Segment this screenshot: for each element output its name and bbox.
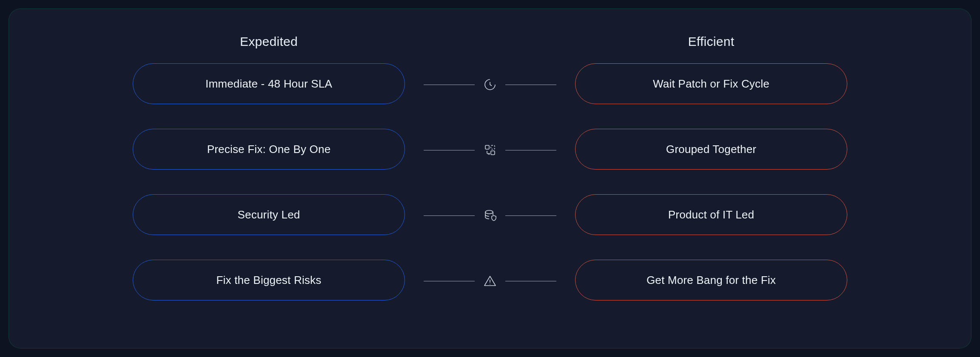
comparison-card: Expedited Immediate - 48 Hour SLA Precis…	[9, 8, 971, 348]
expedited-item-1: Immediate - 48 Hour SLA	[133, 63, 405, 104]
connector-row-1	[413, 64, 567, 105]
connector-row-4	[413, 261, 567, 301]
efficient-title: Efficient	[688, 34, 735, 49]
warning-icon	[482, 273, 498, 289]
group-icon	[482, 142, 498, 158]
connector-line-left	[424, 215, 475, 216]
connector-line-right	[505, 85, 556, 85]
efficient-item-2: Grouped Together	[575, 129, 847, 170]
pill-label: Security Led	[238, 208, 300, 221]
pill-label: Get More Bang for the Fix	[647, 274, 776, 287]
svg-rect-3	[491, 151, 495, 155]
connector-line-right	[505, 281, 556, 281]
svg-rect-1	[485, 145, 489, 149]
connector-line-left	[424, 281, 475, 281]
expedited-title: Expedited	[240, 34, 298, 49]
pill-label: Fix the Biggest Risks	[217, 274, 322, 287]
expedited-item-4: Fix the Biggest Risks	[133, 260, 405, 300]
pill-label: Precise Fix: One By One	[207, 143, 331, 156]
connector-line-right	[505, 215, 556, 216]
expedited-item-3: Security Led	[133, 194, 405, 235]
svg-point-5	[490, 284, 490, 285]
expedited-item-2: Precise Fix: One By One	[133, 129, 405, 170]
efficient-item-4: Get More Bang for the Fix	[575, 260, 847, 300]
efficient-column: Efficient Wait Patch or Fix Cycle Groupe…	[567, 34, 856, 300]
database-shield-icon	[482, 208, 498, 223]
efficient-item-3: Product of IT Led	[575, 194, 847, 235]
connector-row-2	[413, 130, 567, 170]
pill-label: Product of IT Led	[668, 208, 754, 221]
connector-line-left	[424, 150, 475, 150]
efficient-item-1: Wait Patch or Fix Cycle	[575, 63, 847, 104]
pill-label: Wait Patch or Fix Cycle	[653, 77, 769, 91]
clock-icon	[482, 77, 498, 92]
connector-column	[413, 64, 567, 301]
connector-line-right	[505, 150, 556, 150]
svg-point-4	[485, 210, 493, 214]
svg-rect-2	[491, 145, 495, 149]
expedited-column: Expedited Immediate - 48 Hour SLA Precis…	[124, 34, 413, 300]
pill-label: Grouped Together	[666, 143, 756, 156]
connector-line-left	[424, 85, 475, 85]
pill-label: Immediate - 48 Hour SLA	[205, 77, 332, 91]
columns-wrapper: Expedited Immediate - 48 Hour SLA Precis…	[26, 34, 954, 301]
connector-row-3	[413, 195, 567, 236]
